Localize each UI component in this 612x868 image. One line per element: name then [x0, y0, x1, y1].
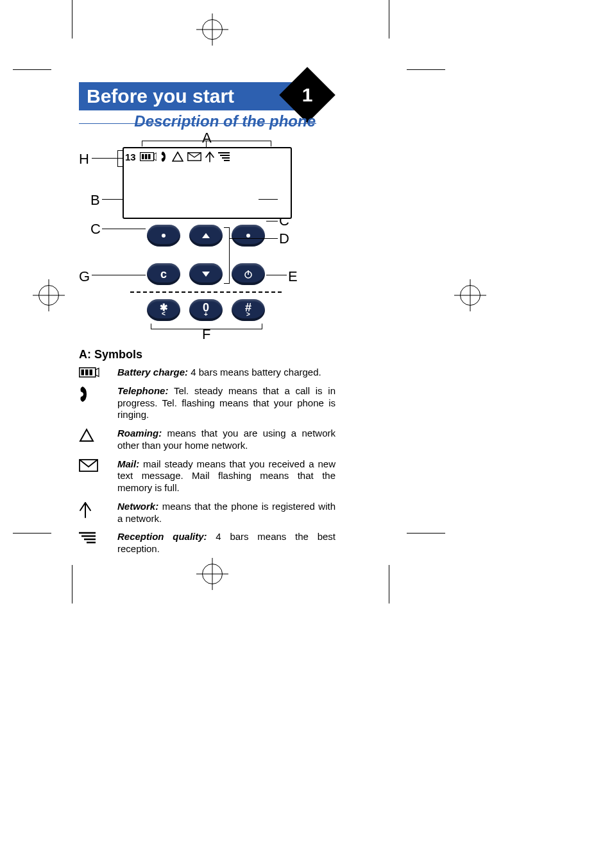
phone-diagram: A H B B C C D G E F 13 — [79, 132, 316, 344]
symbol-row-battery: Battery charge: 4 bars means battery cha… — [79, 367, 336, 379]
crop-mark — [407, 533, 445, 534]
diagram-label-g: G — [79, 268, 90, 285]
hash-key-sublabel: > — [246, 312, 250, 317]
mail-icon — [79, 458, 103, 494]
bracket — [224, 227, 230, 284]
leader-line — [102, 229, 146, 229]
section-subtitle: Description of the phone — [78, 112, 316, 130]
symbol-text: Battery charge: 4 bars means battery cha… — [117, 367, 336, 379]
svg-rect-10 — [90, 370, 93, 376]
symbol-text: Roaming: means that you are using a netw… — [117, 428, 336, 452]
reception-icon — [79, 531, 103, 555]
bracket — [117, 150, 123, 167]
soft-key-left — [147, 225, 180, 247]
crop-mark — [13, 533, 51, 534]
power-key — [232, 263, 265, 285]
symbol-row-mail: Mail: mail steady means that you receive… — [79, 458, 336, 494]
symbol-text: Network: means that the phone is registe… — [117, 501, 336, 525]
star-key: ✱ < — [147, 299, 180, 321]
registration-mark-icon — [202, 19, 223, 40]
svg-rect-2 — [145, 154, 148, 159]
diagram-label-c-left: C — [90, 221, 101, 238]
status-bar: 13 — [125, 150, 230, 164]
svg-rect-9 — [85, 370, 89, 376]
telephone-icon — [79, 385, 103, 421]
registration-mark-icon — [460, 285, 480, 306]
crop-mark — [72, 0, 72, 39]
symbol-row-telephone: Telephone: Tel. steady means that a call… — [79, 385, 336, 421]
leader-line — [266, 221, 278, 221]
bracket — [151, 324, 262, 329]
diagram-label-e: E — [288, 268, 298, 285]
mail-icon — [187, 152, 201, 161]
svg-rect-8 — [81, 370, 85, 376]
symbol-text: Reception quality: 4 bars means the best… — [117, 531, 336, 555]
section-title: Before you start — [87, 85, 234, 107]
svg-rect-1 — [142, 154, 144, 159]
symbol-list: A: Symbols Battery charge: 4 bars means … — [79, 348, 336, 562]
manual-page: Before you start 1 Description of the ph… — [0, 0, 612, 868]
network-icon — [79, 501, 103, 525]
symbol-text: Telephone: Tel. steady means that a call… — [117, 385, 336, 421]
soft-key-right — [232, 225, 265, 247]
network-icon — [205, 151, 214, 162]
keypad-divider — [130, 291, 282, 293]
svg-rect-3 — [148, 154, 151, 159]
registration-mark-icon — [38, 285, 59, 306]
leader-line — [229, 238, 278, 239]
crop-mark — [13, 69, 51, 70]
diagram-label-d: D — [279, 230, 289, 247]
nav-up-key — [189, 225, 223, 247]
battery-icon — [79, 367, 103, 379]
zero-key: 0 + — [189, 299, 223, 321]
roaming-icon — [172, 152, 183, 162]
star-key-sublabel: < — [162, 311, 166, 317]
clock-readout: 13 — [125, 152, 136, 162]
leader-line — [102, 199, 123, 200]
roaming-icon — [79, 428, 103, 452]
crop-mark — [72, 565, 72, 603]
nav-down-key — [189, 263, 223, 285]
crop-mark — [389, 565, 389, 603]
telephone-icon — [160, 151, 168, 162]
crop-mark — [407, 69, 445, 70]
chapter-number: 1 — [287, 75, 327, 115]
leader-line — [92, 275, 146, 275]
symbol-row-roaming: Roaming: means that you are using a netw… — [79, 428, 336, 452]
diagram-label-b-left: B — [90, 192, 100, 209]
crop-mark — [389, 0, 389, 39]
leader-line — [266, 275, 287, 275]
bracket — [142, 141, 271, 146]
battery-icon — [140, 152, 157, 161]
subtitle-rule — [79, 123, 316, 124]
diagram-label-h: H — [79, 151, 89, 168]
symbol-row-reception: Reception quality: 4 bars means the best… — [79, 531, 336, 555]
clear-key-label: c — [160, 268, 167, 281]
symbol-text: Mail: mail steady means that you receive… — [117, 458, 336, 494]
zero-key-sublabel: + — [204, 312, 208, 317]
symbol-row-network: Network: means that the phone is registe… — [79, 501, 336, 525]
hash-key: # > — [232, 299, 265, 321]
clear-key: c — [147, 263, 180, 285]
registration-mark-icon — [202, 564, 223, 584]
symbol-list-heading: A: Symbols — [79, 348, 336, 361]
leader-line — [259, 199, 278, 200]
reception-icon — [218, 152, 230, 162]
